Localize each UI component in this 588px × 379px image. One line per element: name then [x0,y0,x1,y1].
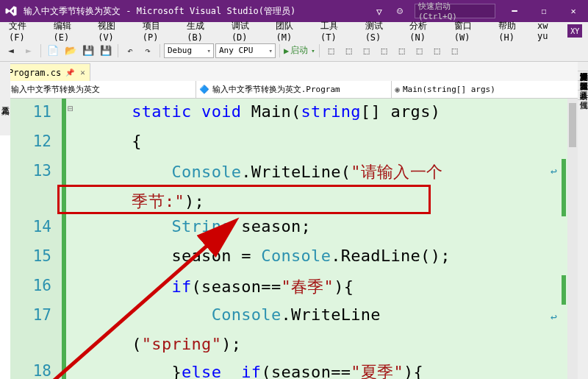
code-text: { [66,128,142,150]
separator [279,44,280,57]
close-button[interactable]: ✕ [559,0,588,22]
play-icon: ▶ [284,46,289,56]
separator [319,44,320,57]
code-editor[interactable]: ⊟ 11 static void Main(string[] args) 12 … [10,99,578,379]
menu-project[interactable]: 项目(P) [137,18,182,44]
save-all-icon[interactable]: 💾 [98,43,114,59]
vertical-scrollbar[interactable] [567,99,578,379]
line-number: 16 [10,272,62,302]
menu-file[interactable]: 文件(F) [3,18,48,44]
toolbar-extra-icon[interactable]: ⬚ [429,43,445,59]
code-line: 13 Console.WriteLine("请输入一个 [10,157,567,187]
start-label: 启动 [290,44,308,57]
method-icon: ◉ [395,85,400,94]
config-select[interactable]: Debug [164,43,214,58]
tab-program-cs[interactable]: Program.cs 📌 ✕ [3,63,90,81]
code-line: 17 Console.WriteLine [10,302,567,331]
change-indicator-right [562,159,566,216]
separator [159,44,160,57]
code-text: String season; [66,213,311,235]
save-icon[interactable]: 💾 [80,43,96,59]
nav-method[interactable]: ◉ Main(string[] args) [392,81,588,98]
sidebar-team-explorer[interactable]: 团队资源管理器 [578,71,588,81]
tab-close-icon[interactable]: ✕ [80,68,85,77]
code-text: static void Main(string[] args) [66,99,440,121]
code-text: 季节:"); [66,187,204,213]
nav-back-icon[interactable]: ◄ [3,43,19,59]
sidebar-solution-explorer[interactable]: 解决方案资源管理器 [578,62,588,71]
menu-tools[interactable]: 工具(T) [315,18,359,44]
toolbar-extra-icon[interactable]: ⬚ [394,43,410,59]
menu-test[interactable]: 测试(S) [359,18,404,44]
code-text: }else if(season=="夏季"){ [66,358,423,379]
redo-icon[interactable]: ↷ [140,43,156,59]
nav-project[interactable]: ▣ 输入中文季节转换为英文 [0,81,196,98]
word-wrap-icon: ↩ [551,311,557,324]
pin-icon[interactable]: 📌 [65,68,74,77]
code-text: if(season=="春季"){ [66,272,354,298]
vs-logo-icon [3,3,19,19]
line-number: 11 [10,99,62,128]
nav-project-label: 输入中文季节转换为英文 [11,84,100,95]
code-line-wrap: 季节:"); [10,187,567,213]
code-line-wrap: ("spring"); [10,331,567,358]
toolbar-extra-icon[interactable]: ⬚ [323,43,340,59]
code-text: Console.WriteLine("请输入一个 [66,157,442,183]
nav-method-label: Main(string[] args) [403,85,495,94]
line-number: 14 [10,213,62,243]
open-file-icon[interactable]: 📂 [62,43,79,59]
class-icon: 🔷 [199,85,209,94]
scrollbar-thumb[interactable] [569,103,576,147]
line-number [10,187,62,213]
platform-select[interactable]: Any CPU [215,43,276,58]
code-line: 11 static void Main(string[] args) [10,99,567,128]
menu-edit[interactable]: 编辑(E) [48,18,93,44]
quick-launch-input[interactable]: 快速启动 (Ctrl+Q) [415,4,495,18]
toolbar-extra-icon[interactable]: ⬚ [412,43,428,59]
menu-help[interactable]: 帮助(H) [492,18,537,44]
menu-window[interactable]: 窗口(W) [448,18,493,44]
menu-view[interactable]: 视图(V) [92,18,137,44]
menu-build[interactable]: 生成(B) [181,18,226,44]
separator [40,44,41,57]
nav-forward-icon[interactable]: ► [21,43,37,59]
word-wrap-icon: ↩ [551,165,557,178]
start-debug-button[interactable]: ▶ 启动 ▾ [284,44,315,57]
line-number: 12 [10,128,62,157]
menu-team[interactable]: 团队(M) [270,18,315,44]
change-indicator-right [562,275,566,305]
line-number [10,331,62,358]
separator [118,44,118,57]
document-tabs: Program.cs 📌 ✕ ▾ [0,62,588,81]
sidebar-properties[interactable]: 属性 [578,91,588,100]
code-line: 18 }else if(season=="夏季"){ [10,358,567,379]
code-text: Console.WriteLine [66,302,381,324]
toolbar-extra-icon[interactable]: ⬚ [447,43,463,59]
menu-analyze[interactable]: 分析(N) [404,18,448,44]
nav-class[interactable]: 🔷 输入中文季节转换为英文.Program [196,81,392,98]
line-number: 18 [10,358,62,379]
line-number: 13 [10,157,62,187]
toolbar-extra-icon[interactable]: ⬚ [341,43,357,59]
menu-items: 文件(F) 编辑(E) 视图(V) 项目(P) 生成(B) 调试(D) 团队(M… [3,18,537,44]
sidebar-diagnostics[interactable]: 诊断工具 [578,81,588,91]
code-line: 14 String season; [10,213,567,243]
menu-debug[interactable]: 调试(D) [226,18,270,44]
toolbar-extra-icon[interactable]: ⬚ [376,43,392,59]
code-line: 12 { [10,128,567,157]
code-line: 15 season = Console.ReadLine(); [10,243,567,272]
user-badge[interactable]: XY [567,24,582,38]
nav-class-label: 输入中文季节转换为英文.Program [212,84,340,95]
sidebar-toolbox[interactable]: 工具箱 [0,62,10,135]
code-text: season = Console.ReadLine(); [66,243,451,265]
window-title: 输入中文季节转换为英文 - Microsoft Visual Studio(管理… [24,5,369,18]
user-name[interactable]: xw yu [537,21,563,41]
new-project-icon[interactable]: 📄 [45,43,61,59]
code-nav-bar: ▣ 输入中文季节转换为英文 🔷 输入中文季节转换为英文.Program ◉ Ma… [0,81,588,99]
undo-icon[interactable]: ↶ [122,43,138,59]
code-text: ("spring"); [66,331,241,353]
line-number: 17 [10,302,62,331]
code-line: 16 if(season=="春季"){ [10,272,567,302]
toolbar-extra-icon[interactable]: ⬚ [359,43,375,59]
sidebar-right: 解决方案资源管理器 团队资源管理器 诊断工具 属性 [578,62,588,379]
